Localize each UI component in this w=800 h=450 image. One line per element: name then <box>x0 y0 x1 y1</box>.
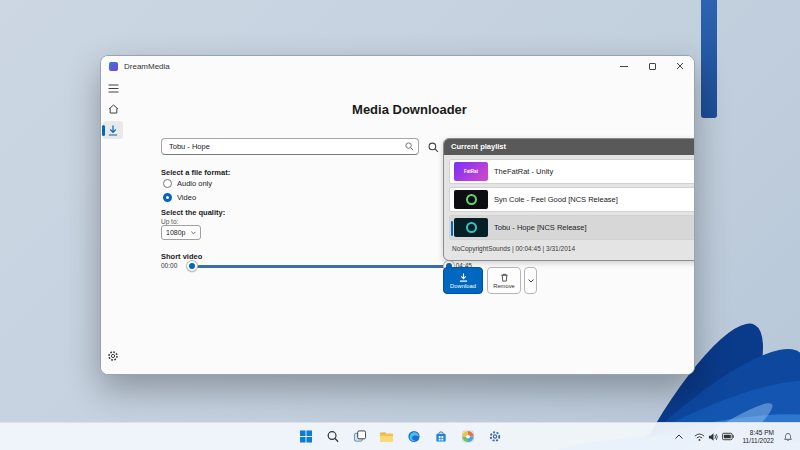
main-content: Media Downloader Select a file format: A… <box>125 76 694 374</box>
sidebar-item-downloader[interactable] <box>103 121 123 139</box>
minimize-icon <box>620 66 628 67</box>
url-search-input[interactable] <box>161 138 419 155</box>
system-tray-status[interactable] <box>692 429 736 445</box>
search-icon <box>326 430 339 443</box>
notification-bell-icon <box>783 432 793 442</box>
wifi-icon <box>694 432 705 442</box>
download-icon <box>108 125 118 136</box>
wallpaper-accent-stripe <box>701 0 717 118</box>
radio-audio-only[interactable]: Audio only <box>163 179 212 188</box>
selected-item-metadata: NoCopyrightSounds | 00:04:45 | 3/31/2014 <box>449 243 695 252</box>
notification-center-button[interactable] <box>780 426 796 448</box>
windows-logo-icon <box>299 430 312 443</box>
ncs-logo-icon <box>466 194 477 205</box>
trim-slider: 00:00 04:45 <box>161 259 466 273</box>
trim-start-value: 00:00 <box>161 262 177 269</box>
close-icon <box>676 62 684 70</box>
chevron-down-icon <box>191 231 196 235</box>
radio-audio-icon <box>163 179 172 188</box>
quality-select[interactable]: 1080p <box>161 225 201 240</box>
remove-button-label: Remove <box>493 283 515 289</box>
playlist-header: Current playlist <box>444 139 695 155</box>
edge-icon <box>407 430 420 443</box>
thumbnail-syncole <box>454 190 488 209</box>
quality-value: 1080p <box>166 229 185 236</box>
quality-label: Select the quality: <box>161 208 225 217</box>
taskbar-search-button[interactable] <box>322 426 344 448</box>
maximize-button[interactable] <box>638 56 666 76</box>
task-view-icon <box>353 430 366 443</box>
playlist-item-1[interactable]: FatRat TheFatRat - Unity <box>449 159 695 184</box>
search-button[interactable] <box>426 140 441 155</box>
sidebar-item-settings[interactable] <box>103 347 123 365</box>
playlist-item-2[interactable]: Syn Cole - Feel Good [NCS Release] <box>449 187 695 212</box>
microsoft-store-button[interactable] <box>430 426 452 448</box>
app-logo-icon <box>109 62 118 71</box>
taskbar-clock[interactable]: 8:45 PM 11/11/2022 <box>742 429 774 445</box>
page-title: Media Downloader <box>125 102 694 117</box>
settings-button[interactable] <box>484 426 506 448</box>
minimize-button[interactable] <box>610 56 638 76</box>
playlist-item-title: Syn Cole - Feel Good [NCS Release] <box>494 195 618 204</box>
search-button-icon <box>428 142 439 153</box>
tray-overflow-button[interactable] <box>672 426 686 448</box>
settings-gear-icon <box>488 430 501 443</box>
sidebar <box>101 76 125 374</box>
maximize-icon <box>649 63 656 70</box>
download-arrow-icon <box>459 273 468 282</box>
sidebar-item-home[interactable] <box>103 100 123 118</box>
gear-icon <box>107 350 119 362</box>
menu-button[interactable] <box>103 79 123 97</box>
search-icon <box>405 142 414 151</box>
taskbar: 8:45 PM 11/11/2022 <box>0 422 800 450</box>
quality-hint: Up to: <box>161 218 178 225</box>
radio-video-icon <box>163 193 172 202</box>
edge-browser-button[interactable] <box>403 426 425 448</box>
clock-time: 8:45 PM <box>742 429 774 437</box>
hamburger-icon <box>108 84 119 93</box>
more-options-button[interactable] <box>524 267 537 294</box>
playlist-item-title: TheFatRat - Unity <box>494 167 553 176</box>
radio-audio-label: Audio only <box>177 179 212 188</box>
playlist-item-3-selected[interactable]: Tobu - Hope [NCS Release] <box>449 215 695 240</box>
chevron-down-icon <box>528 279 534 283</box>
close-button[interactable] <box>666 56 694 76</box>
playlist-panel: Current playlist FatRat TheFatRat - Unit… <box>443 138 695 261</box>
ncs-logo-icon <box>466 222 477 233</box>
home-icon <box>108 104 119 114</box>
trim-start-handle[interactable] <box>187 261 197 271</box>
radio-video-label: Video <box>177 193 196 202</box>
titlebar[interactable]: DreamMedia <box>101 56 694 76</box>
playlist-item-title: Tobu - Hope [NCS Release] <box>494 223 587 232</box>
store-icon <box>434 430 447 443</box>
trim-slider-track[interactable] <box>191 265 450 268</box>
file-explorer-icon <box>380 430 394 443</box>
photos-button[interactable] <box>457 426 479 448</box>
volume-icon <box>708 432 719 442</box>
download-button-label: Download <box>450 283 476 289</box>
download-button[interactable]: Download <box>443 267 483 294</box>
chevron-up-icon <box>675 434 683 439</box>
format-label: Select a file format: <box>161 168 230 177</box>
thumbnail-tobu <box>454 218 488 237</box>
remove-button[interactable]: Remove <box>487 267 521 294</box>
app-window: DreamMedia <box>100 55 695 375</box>
start-button[interactable] <box>295 426 317 448</box>
radio-video[interactable]: Video <box>163 193 196 202</box>
task-view-button[interactable] <box>349 426 371 448</box>
file-explorer-button[interactable] <box>376 426 398 448</box>
window-title: DreamMedia <box>124 62 170 71</box>
trash-icon <box>500 273 509 282</box>
clock-date: 11/11/2022 <box>742 437 774 445</box>
thumbnail-thefatrat: FatRat <box>454 162 488 181</box>
thumbnail-text: FatRat <box>464 169 478 174</box>
photos-icon <box>461 430 474 443</box>
battery-icon <box>722 432 734 441</box>
